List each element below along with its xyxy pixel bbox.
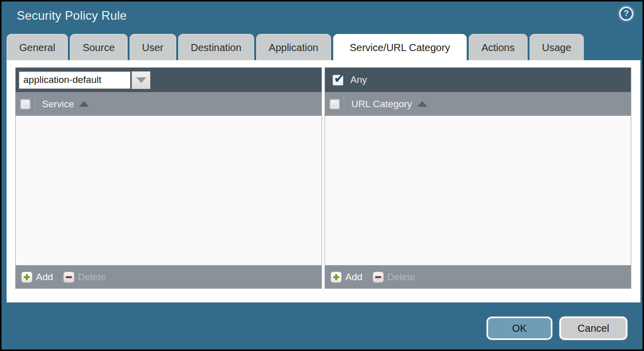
dialog-window: Security Policy Rule ? General Source Us… [2,2,642,349]
service-panel: Service Add Delete [15,67,322,289]
delete-minus-icon [373,272,384,283]
service-list-body [16,116,321,265]
sort-ascending-icon[interactable] [417,101,427,107]
dialog-body: Service Add Delete Any [7,60,640,302]
service-panel-footer: Add Delete [16,265,321,288]
cancel-button[interactable]: Cancel [559,317,627,340]
chevron-down-icon [136,77,146,83]
page-title: Security Policy Rule [17,9,127,23]
add-plus-icon [331,272,342,283]
service-select-all-checkbox[interactable] [20,99,30,109]
url-category-add-button[interactable]: Add [331,272,363,283]
tab-user[interactable]: User [130,34,176,60]
service-type-dropdown-input[interactable] [19,71,131,89]
url-category-delete-button[interactable]: Delete [373,272,415,283]
service-panel-toolbar [16,68,321,92]
ok-button[interactable]: OK [487,317,552,340]
title-bar: Security Policy Rule ? [2,2,642,33]
tab-source[interactable]: Source [70,34,127,60]
tab-usage[interactable]: Usage [530,34,584,60]
service-column-header: Service [16,92,321,116]
url-category-column-header: URL Category [325,92,631,116]
tab-bar: General Source User Destination Applicat… [7,34,584,60]
service-select-all-cell [16,92,35,116]
url-category-column-label[interactable]: URL Category [351,99,412,110]
url-category-panel-toolbar: Any [325,68,631,92]
any-checkbox[interactable] [333,75,343,85]
any-label: Any [350,74,367,85]
sort-ascending-icon[interactable] [79,101,89,107]
url-category-panel-footer: Add Delete [325,265,631,288]
url-category-list-body [325,116,631,265]
service-column-label[interactable]: Service [42,99,74,110]
url-category-select-all-checkbox[interactable] [330,99,340,109]
tab-actions[interactable]: Actions [469,34,528,60]
dialog-buttons: OK Cancel [487,317,627,340]
service-type-dropdown-button[interactable] [132,71,150,89]
url-category-select-all-cell [325,92,344,116]
service-add-button[interactable]: Add [21,272,53,283]
tab-destination[interactable]: Destination [178,34,254,60]
delete-minus-icon [63,272,74,283]
tab-service-url-category[interactable]: Service/URL Category [333,34,467,60]
tab-application[interactable]: Application [256,34,331,60]
url-category-panel: Any URL Category Add Delete [325,67,631,289]
help-icon[interactable]: ? [619,7,633,21]
service-delete-button[interactable]: Delete [63,272,106,283]
add-plus-icon [21,272,32,283]
tab-general[interactable]: General [7,34,68,60]
